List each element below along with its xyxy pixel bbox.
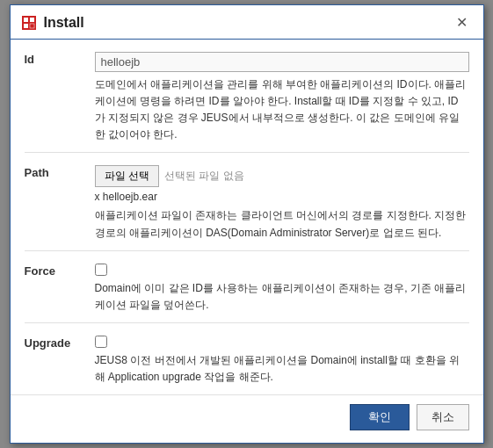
upgrade-row: Upgrade JEUS8 이전 버전에서 개발된 애플리케이션을 Domain… [25,323,469,394]
svg-rect-2 [30,18,34,22]
upgrade-checkbox[interactable] [95,336,107,348]
force-row: Force Domain에 이미 같은 ID를 사용하는 애플리케이션이 존재하… [25,251,469,323]
id-desc: 도메인에서 애플리케이션을 관리를 위해 부여한 애플리케이션의 ID이다. 애… [95,76,469,144]
upgrade-content: JEUS8 이전 버전에서 개발된 애플리케이션을 Domain에 instal… [95,336,469,386]
svg-rect-1 [24,18,28,22]
file-row: 파일 선택 선택된 파일 없음 [95,165,469,187]
force-checkbox-wrap [95,264,469,276]
path-row: Path 파일 선택 선택된 파일 없음 x helloejb.ear 애플리케… [25,153,469,250]
force-desc: Domain에 이미 같은 ID를 사용하는 애플리케이션이 존재하는 경우, … [95,280,469,314]
form-body: Id 도메인에서 애플리케이션을 관리를 위해 부여한 애플리케이션의 ID이다… [11,40,483,395]
install-dialog: Install ✕ Id 도메인에서 애플리케이션을 관리를 위해 부여한 애플… [10,4,484,444]
upgrade-checkbox-wrap [95,336,469,348]
file-select-button[interactable]: 파일 선택 [95,165,159,187]
upgrade-label: Upgrade [25,336,95,350]
file-placeholder: 선택된 파일 없음 [164,169,244,184]
svg-rect-3 [24,24,28,28]
force-label: Force [25,264,95,278]
path-label: Path [25,165,95,179]
upgrade-desc: JEUS8 이전 버전에서 개발된 애플리케이션을 Domain에 instal… [95,352,469,386]
svg-rect-4 [30,24,34,28]
id-row: Id 도메인에서 애플리케이션을 관리를 위해 부여한 애플리케이션의 ID이다… [25,40,469,154]
force-checkbox[interactable] [95,264,107,276]
id-input[interactable] [95,52,469,72]
title-left: Install [21,15,84,31]
ok-button[interactable]: 확인 [350,404,410,430]
install-icon [21,15,37,31]
file-path: x helloejb.ear [95,191,469,203]
path-desc: 애플리케이션 파일이 존재하는 클라이언트 머신에서의 경로를 지정한다. 지정… [95,207,469,241]
id-content: 도메인에서 애플리케이션을 관리를 위해 부여한 애플리케이션의 ID이다. 애… [95,52,469,144]
close-button[interactable]: ✕ [451,14,473,32]
path-content: 파일 선택 선택된 파일 없음 x helloejb.ear 애플리케이션 파일… [95,165,469,241]
cancel-button[interactable]: 취소 [417,404,469,430]
title-bar: Install ✕ [11,5,483,40]
dialog-title: Install [44,15,84,31]
force-content: Domain에 이미 같은 ID를 사용하는 애플리케이션이 존재하는 경우, … [95,264,469,314]
dialog-footer: 확인 취소 [11,394,483,443]
id-label: Id [25,52,95,66]
